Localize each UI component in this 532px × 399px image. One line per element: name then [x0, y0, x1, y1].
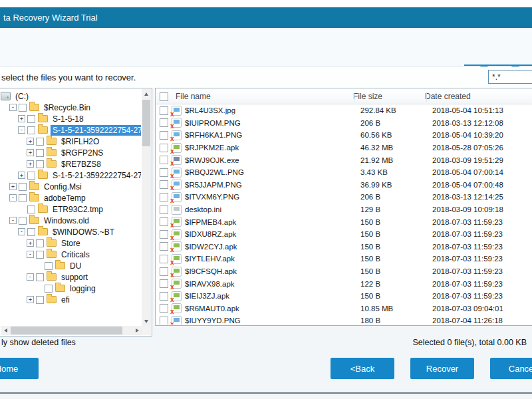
tree-checkbox[interactable]	[19, 194, 27, 202]
expander-icon[interactable]: -	[27, 273, 34, 281]
file-row[interactable]: $IUYY9YD.PNG 180 B 2018-07-04 11:26:18	[156, 315, 532, 325]
file-checkbox[interactable]	[160, 230, 168, 239]
file-checkbox[interactable]	[160, 168, 168, 177]
expander-icon[interactable]: -	[9, 104, 17, 111]
file-row[interactable]: $RFH6KA1.PNG 60.56 KB 2018-05-04 10:39:2…	[156, 129, 532, 142]
tree-checkbox[interactable]	[45, 262, 53, 270]
file-checkbox[interactable]	[160, 267, 168, 276]
file-checkbox[interactable]	[160, 144, 168, 152]
file-checkbox[interactable]	[160, 131, 168, 140]
tree-item[interactable]: - Criticals	[1, 249, 141, 260]
expander-icon[interactable]: +	[27, 239, 34, 247]
expander-icon[interactable]: +	[27, 160, 34, 168]
column-header-file-name[interactable]: File name	[176, 92, 353, 101]
tree-vertical-scrollbar[interactable]	[142, 89, 151, 326]
home-button[interactable]: Home	[0, 358, 39, 379]
file-row[interactable]: $R6MAUT0.apk 10.85 MB 2018-07-03 09:04:0…	[156, 303, 532, 315]
file-row[interactable]: $IYTLEHV.apk 150 B 2018-07-03 11:59:23	[156, 253, 532, 265]
file-checkbox[interactable]	[160, 205, 168, 214]
tree-checkbox[interactable]	[36, 251, 44, 259]
tree-checkbox[interactable]	[27, 126, 35, 134]
tree-item[interactable]: (C:)	[1, 90, 141, 102]
tree-checkbox[interactable]	[27, 205, 35, 213]
tree-checkbox[interactable]	[45, 285, 53, 293]
column-header-file-size[interactable]: File size	[353, 92, 425, 101]
tree-item[interactable]: + $RGFP2NS	[1, 147, 141, 158]
file-row[interactable]: $ITVXM6Y.PNG 206 B 2018-03-13 12:14:25	[156, 191, 532, 203]
expander-icon[interactable]: -	[18, 228, 25, 235]
tree-item[interactable]: - support	[1, 271, 141, 283]
tree-checkbox[interactable]	[19, 104, 27, 112]
file-row[interactable]: $I9CFSQH.apk 150 B 2018-07-03 11:59:23	[156, 265, 532, 278]
tree-item[interactable]: DU	[1, 260, 141, 271]
expander-icon[interactable]: +	[27, 296, 34, 303]
back-button[interactable]: <Back	[331, 358, 394, 379]
tree-checkbox[interactable]	[36, 138, 44, 146]
file-checkbox[interactable]	[160, 279, 168, 288]
file-checkbox[interactable]	[160, 292, 168, 301]
tree-item[interactable]: - $Recycle.Bin	[1, 102, 141, 113]
file-checkbox[interactable]	[160, 304, 168, 313]
expander-icon[interactable]: -	[9, 217, 17, 224]
column-header-date-created[interactable]: Date created	[425, 92, 532, 101]
tree-checkbox[interactable]	[19, 217, 27, 225]
file-row[interactable]: $RBQJ2WL.PNG 3.43 KB 2018-05-04 07:00:14	[156, 166, 532, 179]
scroll-down-button[interactable]	[142, 317, 151, 326]
tree-checkbox[interactable]	[36, 160, 44, 168]
file-row[interactable]: $IRAVX98.apk 122 B 2018-07-03 11:59:23	[156, 277, 532, 290]
tree-item[interactable]: + S-1-5-21-3592222754-2759360	[1, 170, 141, 181]
file-row[interactable]: $RL4U3SX.jpg 292.84 KB 2018-05-04 10:51:…	[156, 104, 532, 117]
file-checkbox[interactable]	[160, 106, 168, 115]
vertical-scroll-thumb[interactable]	[142, 100, 150, 146]
scroll-right-button[interactable]	[132, 326, 142, 335]
tree-item[interactable]: - Windows.old	[1, 215, 141, 226]
cancel-button[interactable]: Cancel	[490, 358, 532, 379]
select-all-checkbox[interactable]	[160, 92, 168, 101]
tree-checkbox[interactable]	[36, 239, 44, 247]
deleted-filter-label[interactable]: ly show deleted files	[1, 338, 76, 347]
file-row[interactable]: $IDXU8RZ.apk 150 B 2018-07-03 11:59:23	[156, 228, 532, 241]
file-checkbox[interactable]	[160, 180, 168, 189]
expander-icon[interactable]: -	[27, 251, 34, 258]
scroll-left-button[interactable]	[1, 326, 10, 335]
expander-icon[interactable]: +	[9, 183, 17, 190]
file-checkbox[interactable]	[160, 156, 168, 164]
file-checkbox[interactable]	[160, 242, 168, 251]
tree-checkbox[interactable]	[19, 183, 27, 191]
file-row[interactable]: $IUIPROM.PNG 206 B 2018-03-13 12:12:08	[156, 117, 532, 130]
tree-checkbox[interactable]	[27, 228, 35, 236]
file-checkbox[interactable]	[160, 118, 168, 127]
file-row[interactable]: $IFPMEB4.apk 150 B 2018-07-03 11:59:23	[156, 215, 532, 228]
tree-item[interactable]: + efi	[1, 294, 141, 305]
expander-icon[interactable]: +	[27, 138, 34, 145]
file-checkbox[interactable]	[160, 255, 168, 263]
recover-button[interactable]: Recover	[410, 358, 474, 379]
expander-icon[interactable]: +	[27, 149, 34, 156]
tree-item[interactable]: + S-1-5-18	[1, 113, 141, 124]
file-row[interactable]: $RJPKM2E.apk 46.32 MB 2018-05-28 07:05:2…	[156, 142, 532, 154]
tree-item[interactable]: + Config.Msi	[1, 181, 141, 192]
tree-item[interactable]: - adobeTemp	[1, 192, 141, 203]
tree-item[interactable]: - $WINDOWS.~BT	[1, 226, 141, 237]
horizontal-scroll-thumb[interactable]	[11, 327, 122, 334]
expander-icon[interactable]: -	[18, 126, 25, 134]
expander-icon[interactable]: +	[18, 172, 25, 179]
file-row[interactable]: $R5JJAPM.PNG 36.99 KB 2018-05-04 07:00:4…	[156, 179, 532, 192]
tree-horizontal-scrollbar[interactable]	[1, 326, 142, 335]
tree-checkbox[interactable]	[36, 296, 44, 304]
file-checkbox[interactable]	[160, 317, 168, 325]
file-checkbox[interactable]	[160, 193, 168, 201]
file-checkbox[interactable]	[160, 217, 168, 226]
tree-checkbox[interactable]	[27, 172, 35, 180]
scroll-up-button[interactable]	[142, 89, 151, 98]
tree-item[interactable]: + Store	[1, 237, 141, 249]
file-filter-input[interactable]	[488, 70, 532, 84]
expander-icon[interactable]: +	[18, 115, 25, 122]
tree-item[interactable]: - S-1-5-21-3592222754-2759360	[1, 124, 141, 136]
tree-checkbox[interactable]	[36, 273, 44, 281]
tree-item[interactable]: + $RE7BZS8	[1, 158, 141, 170]
file-row[interactable]: desktop.ini 129 B 2018-03-09 10:09:18	[156, 203, 532, 216]
file-row[interactable]: $IDW2CYJ.apk 150 B 2018-07-03 11:59:23	[156, 241, 532, 253]
tree-item[interactable]: logging	[1, 283, 141, 294]
expander-icon[interactable]: -	[9, 194, 17, 201]
